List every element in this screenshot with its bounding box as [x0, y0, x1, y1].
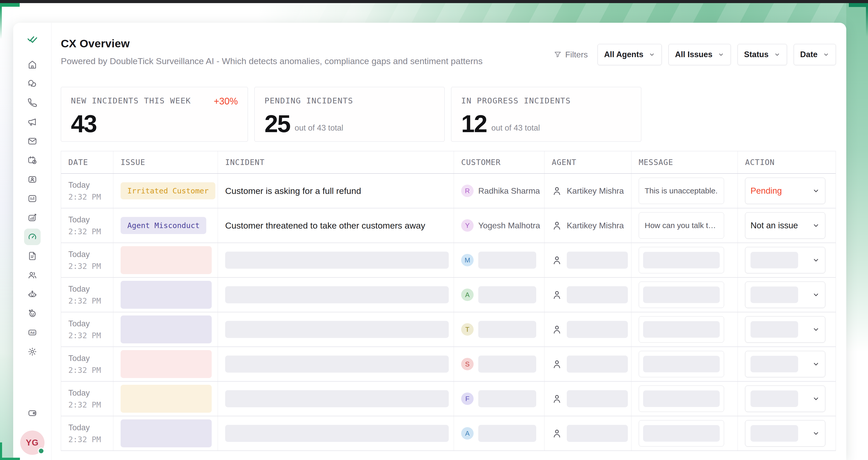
filters-toggle[interactable]: Filters	[554, 50, 588, 60]
cell-incident	[218, 313, 454, 347]
sidebar-item-team[interactable]	[24, 267, 41, 284]
skeleton-bar	[643, 252, 720, 268]
main-content: CX Overview Powered by DoubleTick Survei…	[52, 23, 846, 460]
speedometer-icon	[27, 232, 37, 242]
chevron-down-icon	[812, 222, 820, 229]
skeleton-bar	[225, 356, 449, 372]
sidebar-item-contacts[interactable]	[24, 171, 41, 188]
sidebar-item-announcements[interactable]	[24, 114, 41, 130]
skeleton-bar	[643, 356, 720, 372]
issue-badge-skeleton	[121, 246, 212, 274]
skeleton-bar	[567, 390, 628, 407]
customer-name: Radhika Sharma	[478, 186, 540, 196]
cell-message	[631, 313, 738, 347]
chevron-down-icon	[812, 395, 820, 403]
action-dropdown[interactable]	[745, 282, 825, 308]
table-row-skeleton: Today 2:32 PM F	[61, 382, 836, 416]
sidebar-item-cx-overview[interactable]	[24, 229, 41, 245]
doubletick-logo-icon	[27, 35, 38, 45]
skeleton-bar	[478, 425, 536, 442]
cell-action	[738, 382, 835, 416]
stat-delta-badge: +30%	[214, 96, 238, 107]
column-header-action: ACTION	[738, 151, 835, 173]
issue-badge: Irritated Customer	[121, 182, 215, 199]
corner-accent-top-left	[0, 3, 20, 7]
sidebar-item-settings[interactable]	[24, 343, 41, 360]
table-row-skeleton: Today 2:32 PM T	[61, 313, 836, 347]
sidebar-item-calls[interactable]	[24, 95, 41, 111]
phone-icon	[27, 98, 37, 108]
person-icon	[552, 428, 562, 438]
corner-accent-bottom-left-h	[0, 458, 20, 460]
avatar[interactable]: YG	[20, 430, 44, 455]
skeleton-bar	[478, 286, 536, 303]
cell-message	[631, 243, 738, 277]
column-header-date: DATE	[61, 151, 113, 173]
cell-agent	[545, 382, 631, 416]
table-header: DATE ISSUE INCIDENT CUSTOMER AGENT MESSA…	[61, 151, 836, 174]
incidents-table: DATE ISSUE INCIDENT CUSTOMER AGENT MESSA…	[61, 151, 836, 451]
sidebar-item-inbox[interactable]	[24, 133, 41, 150]
stat-note: out of 43 total	[492, 123, 540, 134]
sidebar-item-chatbot[interactable]	[24, 286, 41, 302]
chevron-down-icon	[823, 51, 830, 58]
skeleton-bar	[225, 425, 449, 442]
filter-status[interactable]: Status	[738, 44, 787, 65]
column-header-incident: INCIDENT	[218, 151, 454, 173]
sidebar-item-chats[interactable]	[24, 75, 41, 92]
action-dropdown[interactable]: Not an issue	[745, 212, 825, 239]
cell-incident	[218, 347, 454, 381]
avatar-initials: YG	[26, 438, 39, 448]
sidebar-item-analytics[interactable]	[24, 190, 41, 207]
page-header-text: CX Overview Powered by DoubleTick Survei…	[61, 37, 483, 66]
customer-avatar: A	[461, 427, 474, 439]
stat-cards: NEW INCIDENTS THIS WEEK +30% 43 PENDING …	[61, 87, 836, 142]
message-box	[639, 420, 724, 447]
sidebar-item-documents[interactable]	[24, 248, 41, 264]
cell-agent	[545, 313, 631, 347]
customer-avatar: T	[461, 323, 474, 336]
filter-all-agents[interactable]: All Agents	[597, 44, 662, 65]
cell-incident	[218, 416, 454, 451]
person-icon	[552, 255, 562, 265]
filter-all-issues[interactable]: All Issues	[669, 44, 731, 65]
message-box	[639, 247, 724, 273]
sidebar-item-wallet[interactable]	[24, 405, 41, 421]
cell-action	[738, 278, 835, 312]
cell-message	[631, 382, 738, 416]
sidebar-item-ads[interactable]: Ad	[24, 324, 41, 341]
filter-date[interactable]: Date	[794, 44, 836, 65]
cell-agent: Kartikey Mishra	[545, 208, 631, 242]
issue-badge-skeleton	[121, 350, 212, 378]
column-header-customer: CUSTOMER	[454, 151, 545, 173]
sidebar-item-csat[interactable]	[24, 305, 41, 322]
cell-incident	[218, 382, 454, 416]
stat-label: IN PROGRESS INCIDENTS	[461, 96, 571, 105]
cell-agent	[545, 347, 631, 381]
corner-accent-top-right-strip	[866, 7, 868, 37]
filters-toolbar: Filters All Agents All Issues Status Dat…	[554, 44, 836, 65]
action-dropdown[interactable]	[745, 420, 825, 447]
action-dropdown[interactable]	[745, 247, 825, 273]
ad-icon: Ad	[27, 328, 37, 337]
action-dropdown[interactable]	[745, 316, 825, 342]
sidebar-item-reports[interactable]	[24, 209, 41, 226]
agent-name: Kartikey Mishra	[567, 221, 624, 230]
person-icon	[552, 394, 562, 404]
sidebar-item-schedule[interactable]	[24, 152, 41, 169]
skeleton-bar	[225, 390, 449, 407]
robot-icon	[27, 289, 37, 299]
cell-action: Pending	[738, 174, 835, 208]
stat-card-pending-incidents: PENDING INCIDENTS 25 out of 43 total	[254, 87, 444, 142]
action-dropdown[interactable]	[745, 351, 825, 377]
cell-action	[738, 416, 835, 451]
action-dropdown[interactable]	[745, 386, 825, 412]
cell-message	[631, 416, 738, 451]
cell-incident	[218, 278, 454, 312]
sidebar-item-home[interactable]	[24, 56, 41, 73]
cell-customer: T	[454, 313, 545, 347]
users-icon	[27, 270, 37, 280]
home-icon	[27, 60, 37, 70]
message-box	[639, 351, 724, 377]
action-dropdown[interactable]: Pending	[745, 178, 825, 204]
